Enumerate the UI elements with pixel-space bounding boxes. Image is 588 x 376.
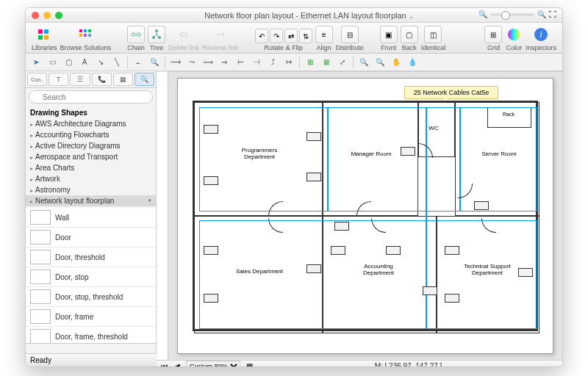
svg-rect-1 xyxy=(44,29,49,34)
status-ready: Ready xyxy=(30,356,51,364)
svg-rect-15 xyxy=(180,33,187,36)
drawing-page[interactable]: 25 Network Cables Cat5e Programmers Depa… xyxy=(177,78,553,354)
pointer-tool[interactable]: ➤ xyxy=(29,56,43,69)
identical-button[interactable]: ◫ xyxy=(424,26,442,43)
device[interactable] xyxy=(423,286,437,295)
browse-solutions-icon[interactable] xyxy=(76,26,94,43)
ruler-vertical xyxy=(157,72,168,360)
connector-tool[interactable]: ↘ xyxy=(93,56,108,69)
shape-door-frame-threshold[interactable]: Door, frame, threshold xyxy=(26,327,156,343)
magnify-tool[interactable]: 🔍 xyxy=(147,56,162,69)
shape-door-threshold[interactable]: Door, threshold xyxy=(26,247,156,267)
page-nav-first[interactable]: ⏮ xyxy=(161,362,168,367)
libraries-icon[interactable] xyxy=(35,26,53,43)
floor-outline[interactable]: Programmers Department Manager Room WC S… xyxy=(193,101,538,331)
zoom-out-tool[interactable]: 🔍 xyxy=(373,56,387,69)
device[interactable] xyxy=(474,201,489,210)
zoom-slider[interactable] xyxy=(490,13,534,16)
close-icon[interactable] xyxy=(32,12,39,19)
svg-rect-9 xyxy=(88,34,91,37)
app-window: Network floor plan layout - Ethernet LAN… xyxy=(25,7,563,367)
rotate-left-button[interactable]: ↶ xyxy=(255,29,268,43)
chevron-down-icon[interactable]: ⌄ xyxy=(409,12,415,20)
back-button[interactable]: ▢ xyxy=(401,26,418,43)
tree-item[interactable]: Astronomy xyxy=(26,184,156,195)
flip-v-button[interactable]: ⇅ xyxy=(299,29,312,43)
flip-h-button[interactable]: ⇄ xyxy=(284,29,298,43)
shape-door-stop-threshold[interactable]: Door, stop, threshold xyxy=(26,287,156,307)
shape-door-frame[interactable]: Door, frame xyxy=(26,307,156,327)
tree-item[interactable]: Active Directory Diagrams xyxy=(26,140,156,151)
maximize-icon[interactable] xyxy=(55,12,62,19)
device[interactable] xyxy=(306,173,321,181)
line-tool[interactable]: ╲ xyxy=(110,56,124,69)
zoom-select[interactable]: Custom 80% xyxy=(186,361,240,367)
device[interactable] xyxy=(445,294,459,303)
align-left-tool[interactable]: ⫠ xyxy=(131,56,146,69)
search-input[interactable] xyxy=(29,90,153,104)
shapes-tree: Drawing Shapes AWS Architecture Diagrams… xyxy=(26,106,156,208)
svg-rect-0 xyxy=(38,29,43,34)
server-rack[interactable] xyxy=(487,107,531,128)
shape-wall[interactable]: Wall xyxy=(26,208,156,228)
libtab-3[interactable]: ☰ xyxy=(70,73,90,86)
distribute-button[interactable]: ⊟ xyxy=(341,26,359,43)
text-tool[interactable]: A xyxy=(77,56,92,69)
device[interactable] xyxy=(386,246,401,255)
zoom-fit-icon[interactable]: ⛶ xyxy=(549,10,556,18)
svg-rect-2 xyxy=(38,35,43,40)
tree-item-selected[interactable]: Network layout floorplan xyxy=(26,195,156,206)
tree-item[interactable]: Accounting Flowcharts xyxy=(26,129,156,140)
svg-rect-6 xyxy=(88,29,91,32)
device[interactable] xyxy=(518,268,533,277)
tree-item[interactable]: Artwork xyxy=(26,173,156,184)
rect-tool[interactable]: ▭ xyxy=(45,56,60,69)
device[interactable] xyxy=(401,147,415,156)
room-manager[interactable] xyxy=(323,102,418,216)
libtab-2[interactable]: T xyxy=(49,73,68,86)
page-nav-prev[interactable]: ◀ xyxy=(174,362,180,367)
libtab-4[interactable]: 📞 xyxy=(92,73,112,86)
main-toolbar: Libraries Browse Solutions Chain Tree De… xyxy=(26,23,562,54)
shapes-palette: Wall Door Door, threshold Door, stop Doo… xyxy=(26,208,156,343)
color-button[interactable] xyxy=(505,26,523,43)
device[interactable] xyxy=(306,264,321,273)
libtab-search[interactable]: 🔍 xyxy=(135,73,154,86)
shape-door-stop[interactable]: Door, stop xyxy=(26,267,156,287)
search-box xyxy=(29,90,153,104)
inspectors-button[interactable]: i xyxy=(532,26,550,43)
device[interactable] xyxy=(331,246,345,255)
libtab-5[interactable]: ▦ xyxy=(113,73,133,86)
device[interactable] xyxy=(334,222,349,231)
eyedropper-tool[interactable]: 💧 xyxy=(405,56,420,69)
device[interactable] xyxy=(204,294,218,303)
shape-door[interactable]: Door xyxy=(26,228,156,247)
libtab-1[interactable]: Con.. xyxy=(27,73,47,86)
front-button[interactable]: ▣ xyxy=(380,26,398,43)
tree-item[interactable]: Area Charts xyxy=(26,162,156,173)
svg-point-12 xyxy=(155,29,158,32)
device[interactable] xyxy=(306,132,321,141)
grid-button[interactable]: ⊞ xyxy=(484,26,502,43)
room-sales[interactable] xyxy=(194,216,323,333)
device[interactable] xyxy=(445,246,459,255)
callout-label[interactable]: 25 Network Cables Cat5e xyxy=(404,86,498,99)
device[interactable] xyxy=(204,125,218,134)
align-button[interactable]: ≡ xyxy=(315,26,333,43)
zoom-in-tool[interactable]: 🔍 xyxy=(356,56,371,69)
canvas-viewport[interactable]: 25 Network Cables Cat5e Programmers Depa… xyxy=(168,72,562,360)
rounded-tool[interactable]: ▢ xyxy=(61,56,76,69)
zoom-plus-icon[interactable]: 🔍 xyxy=(537,10,546,18)
chain-button[interactable] xyxy=(127,26,145,43)
tree-item[interactable]: Aerospace and Transport xyxy=(26,151,156,162)
tree-item[interactable]: AWS Architecture Diagrams xyxy=(26,118,156,129)
page-tabs-icon[interactable]: ▦ xyxy=(246,362,253,367)
device[interactable] xyxy=(204,246,218,255)
minimize-icon[interactable] xyxy=(43,12,51,19)
rotate-right-button[interactable]: ↷ xyxy=(270,29,283,43)
canvas-statusbar: ⏮ ◀ Custom 80% ▦ M: [ 236.97, 147.27 ] xyxy=(157,360,562,367)
hand-tool[interactable]: ✋ xyxy=(389,56,404,69)
device[interactable] xyxy=(204,176,218,185)
tree-button[interactable] xyxy=(148,26,165,43)
zoom-minus-icon[interactable]: 🔍 xyxy=(478,10,487,18)
